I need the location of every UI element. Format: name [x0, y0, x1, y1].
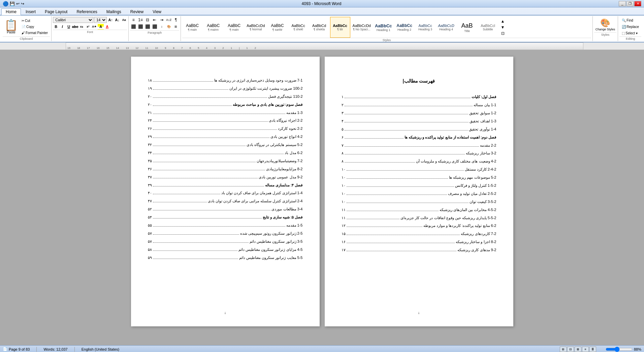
style-sartitr[interactable]: AaBbC ¶ sartitr: [267, 17, 288, 38]
word-count[interactable]: Words: 12,037: [43, 347, 67, 351]
title-bar: 🔵 💾 ↩ ↪ 4093 - Microsoft Word _ ❐ ✕: [0, 0, 644, 7]
cut-icon: ✂: [22, 19, 24, 23]
change-styles-group: 🎨 Change Styles Styles: [593, 16, 618, 41]
select-icon: ⬚: [622, 31, 625, 35]
app-icon: 🔵: [3, 1, 8, 6]
quick-access-save[interactable]: 💾: [10, 1, 15, 6]
borders-button[interactable]: ⊞: [172, 24, 179, 30]
draft-button[interactable]: ≣: [589, 347, 596, 352]
minimize-button[interactable]: _: [619, 1, 626, 6]
close-button[interactable]: ✕: [634, 1, 641, 6]
table-row: 9-2 مدهای کاری ریزشبکه ۱۷: [342, 246, 496, 254]
styles-expand[interactable]: ⊡: [500, 31, 506, 36]
style-subtitle[interactable]: AaBbCcl Subtitle: [478, 17, 498, 38]
tab-review[interactable]: Review: [126, 8, 148, 15]
style-titr[interactable]: AaBbCc ¶ titr: [330, 17, 350, 38]
style-shekla[interactable]: AaBbCd ¶ shekla: [309, 17, 329, 38]
select-button[interactable]: ⬚ Select ▾: [619, 30, 641, 36]
page-indicator[interactable]: 📄 Page 9 of 83: [3, 347, 30, 351]
restore-button[interactable]: ❐: [626, 1, 634, 6]
line-spacing-button[interactable]: ↕: [158, 24, 165, 30]
outline-button[interactable]: ≡: [582, 347, 589, 352]
bullets-button[interactable]: ≡: [130, 17, 137, 23]
format-painter-button[interactable]: 🖌 Format Painter: [20, 30, 49, 35]
numbering-button[interactable]: 1≡: [137, 17, 144, 23]
full-reading-button[interactable]: ⊟: [567, 347, 574, 352]
copy-button[interactable]: 📄 Copy: [20, 24, 49, 29]
style-no-spacing[interactable]: AaBbCcDd ¶ No Spaci...: [351, 17, 373, 38]
table-row: 7-2 کاربردهای ریزشبکه ۱۵: [342, 230, 496, 237]
change-styles-button[interactable]: 🎨 Change Styles: [594, 17, 617, 32]
show-formatting-button[interactable]: ¶: [172, 17, 179, 23]
style-title[interactable]: AaB Title: [457, 17, 477, 38]
bold-button[interactable]: B: [53, 24, 59, 30]
format-painter-icon: 🖌: [22, 31, 25, 35]
styles-scroll-up[interactable]: ▲: [500, 19, 506, 24]
align-right-button[interactable]: ⬛: [144, 24, 151, 30]
left-page: 7-1 ضرورت وجود وسایل ذخیره‌سازی انرژی در…: [131, 57, 320, 326]
paste-button[interactable]: 📋 Paste: [3, 19, 20, 35]
style-heading2[interactable]: AaBbCc Heading 2: [394, 17, 415, 38]
status-bar: 📄 Page 9 of 83 Words: 12,037 English (Un…: [0, 345, 644, 352]
table-row: 2-2 نحوه کارکرد ۲۶: [148, 125, 303, 132]
multilevel-button[interactable]: ⊟: [144, 17, 151, 23]
web-layout-button[interactable]: ⊠: [575, 347, 581, 352]
align-center-button[interactable]: ⬛: [137, 24, 144, 30]
shading-button[interactable]: 🎨: [165, 24, 172, 30]
paragraph-group: ≡ 1≡ ⊟ ⇤ ⇥ A↕Z ¶ ⬛ ⬛ ⬛ ⬛ ↕ 🎨 ⊞ Paragraph: [129, 16, 181, 41]
tab-mailings[interactable]: Mailings: [102, 8, 126, 15]
font-color-button[interactable]: A: [104, 24, 110, 30]
paste-label: Paste: [7, 30, 15, 34]
style-main[interactable]: AaBbC ¶ main: [182, 17, 202, 38]
align-left-button[interactable]: ⬛: [130, 24, 137, 30]
underline-button[interactable]: U: [66, 24, 72, 30]
superscript-button[interactable]: x²: [85, 24, 91, 30]
copy-icon: 📄: [22, 25, 26, 29]
sort-button[interactable]: A↕Z: [165, 17, 172, 23]
font-size-select[interactable]: 14: [94, 17, 107, 23]
style-shekl[interactable]: AaBbCc ¶ shekl: [288, 17, 309, 38]
zoom-control: 88%: [606, 347, 641, 351]
language[interactable]: English (United States): [82, 347, 120, 351]
print-layout-button[interactable]: ⊞: [560, 347, 567, 352]
style-mainn[interactable]: AaBbC ¶ mainn: [203, 17, 223, 38]
subscript-button[interactable]: x₂: [78, 24, 85, 30]
table-row: 6-2 منابع تولید پراکنده: کاربردها و موار…: [342, 222, 496, 229]
font-name-select[interactable]: Calibri: [53, 17, 93, 23]
align-justify-button[interactable]: ⬛: [151, 24, 158, 30]
style-heading3[interactable]: AaBbCc Heading 3: [415, 17, 436, 38]
zoom-slider[interactable]: [606, 347, 633, 351]
cut-button[interactable]: ✂ Cut: [20, 18, 49, 23]
style-heading4[interactable]: AaBbCcD Heading 4: [436, 17, 456, 38]
tab-page-layout[interactable]: Page Layout: [40, 8, 72, 15]
strikethrough-button[interactable]: abc: [72, 24, 78, 30]
page-title: فهرست مطالب|: [342, 77, 496, 85]
find-button[interactable]: 🔍 Find: [619, 18, 641, 23]
clear-format-button[interactable]: Aa: [121, 17, 127, 23]
decrease-indent-button[interactable]: ⇤: [151, 17, 158, 23]
style-normal[interactable]: AaBbCcDd ¶ Normal: [245, 17, 266, 38]
table-row: 3-5 ژنراتور سنکرون مغناطیس دائم ۵۷: [148, 238, 303, 245]
quick-access-redo[interactable]: ↪: [21, 1, 24, 6]
increase-font-button[interactable]: A↑: [107, 17, 114, 23]
tab-references[interactable]: References: [72, 8, 101, 15]
text-effects-button[interactable]: A✦: [91, 24, 97, 30]
font-group-label: Font: [53, 30, 127, 34]
decrease-font-button[interactable]: A↓: [114, 17, 120, 23]
page-number-left: ↓: [224, 310, 226, 316]
increase-indent-button[interactable]: ⇥: [158, 17, 165, 23]
change-styles-icon: 🎨: [600, 18, 610, 28]
status-separator-2: [74, 347, 75, 352]
tab-insert[interactable]: Insert: [21, 8, 40, 15]
style-heading1[interactable]: AaBbCc Heading 1: [373, 17, 394, 38]
tab-view[interactable]: View: [148, 8, 166, 15]
italic-button[interactable]: I: [59, 24, 65, 30]
paragraph-group-label: Paragraph: [130, 30, 179, 34]
highlight-button[interactable]: A: [98, 24, 104, 30]
style-matn[interactable]: AaBbC ¶ matn: [224, 17, 244, 38]
replace-button[interactable]: 🔄 Replace: [619, 24, 641, 30]
font-group: Calibri 14 A↑ A↓ Aa B I U abc x₂ x² A✦ A…: [52, 16, 129, 41]
styles-scroll-down[interactable]: ▼: [500, 25, 506, 30]
tab-home[interactable]: Home: [1, 8, 21, 15]
quick-access-undo[interactable]: ↩: [16, 1, 20, 6]
